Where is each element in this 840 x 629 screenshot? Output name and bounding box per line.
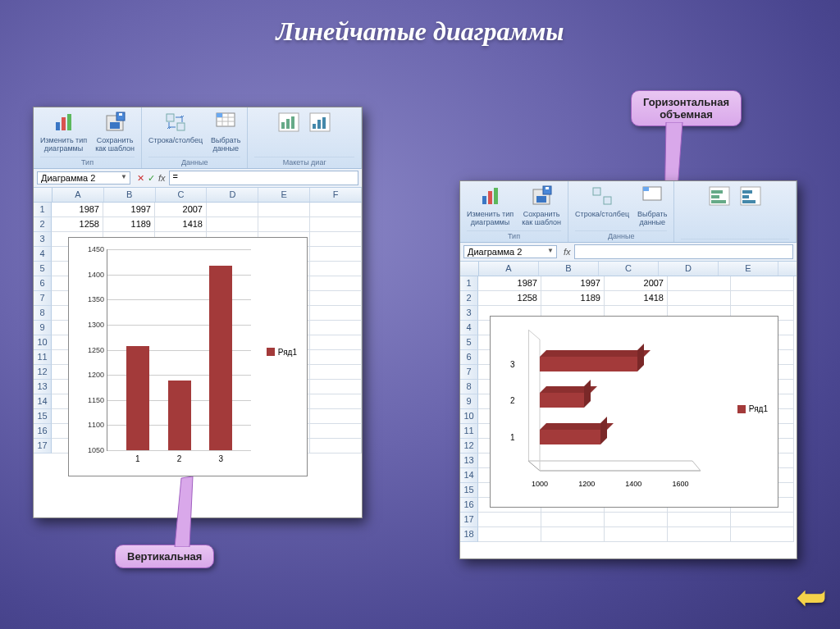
- cell[interactable]: [207, 217, 258, 232]
- cell[interactable]: [207, 203, 258, 217]
- cell[interactable]: 2007: [605, 276, 668, 291]
- cell[interactable]: 2007: [155, 203, 207, 217]
- cell[interactable]: [731, 291, 794, 306]
- cell[interactable]: [258, 217, 310, 232]
- name-box[interactable]: Диаграмма 2: [463, 245, 557, 258]
- col-header[interactable]: B: [539, 262, 599, 276]
- fx-icon[interactable]: fx: [564, 247, 571, 257]
- row-header[interactable]: 2: [34, 217, 52, 232]
- col-header[interactable]: C: [599, 262, 659, 276]
- row-header[interactable]: 6: [34, 276, 52, 291]
- row-header[interactable]: 1: [460, 276, 478, 291]
- cell[interactable]: [310, 262, 362, 276]
- row-header[interactable]: 17: [34, 439, 52, 454]
- row-header[interactable]: 9: [34, 321, 52, 335]
- cell[interactable]: 1258: [52, 217, 103, 232]
- cell[interactable]: [731, 527, 794, 542]
- cell[interactable]: [478, 513, 541, 527]
- cell[interactable]: [478, 527, 541, 542]
- cell[interactable]: 1189: [103, 217, 155, 232]
- col-header[interactable]: D: [207, 188, 258, 202]
- cell[interactable]: [668, 276, 731, 291]
- row-header[interactable]: 4: [460, 321, 478, 335]
- fx-icon[interactable]: fx: [158, 173, 166, 183]
- cell[interactable]: [258, 203, 310, 217]
- row-header[interactable]: 16: [34, 424, 52, 439]
- cancel-icon[interactable]: ✕: [137, 173, 144, 184]
- col-header[interactable]: E: [719, 262, 778, 276]
- save-template-button[interactable]: Сохранить как шаблон: [522, 185, 561, 226]
- select-all-corner[interactable]: [34, 188, 52, 202]
- cell[interactable]: [605, 513, 668, 527]
- cell[interactable]: [310, 247, 362, 262]
- row-header[interactable]: 18: [460, 527, 478, 542]
- col-header[interactable]: A: [479, 262, 539, 276]
- layout-thumb-icon[interactable]: [308, 111, 331, 134]
- row-header[interactable]: 13: [460, 454, 478, 468]
- col-header[interactable]: B: [104, 188, 156, 202]
- formula-input[interactable]: [574, 244, 793, 259]
- col-header[interactable]: E: [258, 188, 310, 202]
- save-template-button[interactable]: Сохранить как шаблон: [95, 111, 135, 153]
- chart-horizontal-3d[interactable]: 1000120014001600123 Ряд1: [490, 316, 778, 508]
- row-header[interactable]: 15: [34, 409, 52, 424]
- row-header[interactable]: 3: [34, 232, 52, 247]
- row-header[interactable]: 10: [460, 409, 478, 424]
- layout-thumb-icon[interactable]: [708, 185, 731, 207]
- row-header[interactable]: 10: [34, 335, 52, 350]
- cell[interactable]: [668, 527, 731, 542]
- row-header[interactable]: 5: [460, 335, 478, 350]
- row-header[interactable]: 12: [460, 439, 478, 454]
- row-header[interactable]: 17: [460, 513, 478, 527]
- select-data-button[interactable]: Выбрать данные: [211, 111, 240, 153]
- cell[interactable]: 1987: [52, 203, 103, 217]
- name-box[interactable]: Диаграмма 2: [37, 171, 130, 185]
- cell[interactable]: 1189: [541, 291, 605, 306]
- col-header[interactable]: D: [659, 262, 719, 276]
- cell[interactable]: [310, 350, 362, 365]
- cell[interactable]: [668, 513, 731, 527]
- cell[interactable]: [310, 380, 362, 394]
- cell[interactable]: [731, 513, 794, 527]
- cell[interactable]: [731, 276, 794, 291]
- row-header[interactable]: 8: [460, 380, 478, 394]
- cell[interactable]: [310, 365, 362, 380]
- cell[interactable]: 1258: [478, 291, 541, 306]
- cell[interactable]: [668, 291, 731, 306]
- cell[interactable]: [310, 409, 362, 424]
- chart-vertical[interactable]: 105011001150120012501300135014001450123 …: [68, 237, 308, 476]
- cell[interactable]: [310, 217, 362, 232]
- cell[interactable]: [310, 335, 362, 350]
- cell[interactable]: [310, 306, 362, 321]
- cell[interactable]: [310, 439, 362, 454]
- cell[interactable]: 1418: [605, 291, 668, 306]
- switch-row-col-button[interactable]: Строка/столбец: [148, 111, 203, 144]
- row-header[interactable]: 12: [34, 365, 52, 380]
- cell[interactable]: [310, 203, 362, 217]
- cell[interactable]: 1997: [541, 276, 605, 291]
- row-header[interactable]: 1: [34, 203, 52, 217]
- change-chart-type-button[interactable]: Изменить тип диаграммы: [467, 185, 514, 226]
- cell[interactable]: 1987: [478, 276, 541, 291]
- row-header[interactable]: 16: [460, 498, 478, 513]
- row-header[interactable]: 4: [34, 247, 52, 262]
- formula-input[interactable]: =: [169, 171, 358, 185]
- cell[interactable]: [310, 424, 362, 439]
- cell[interactable]: 1418: [155, 217, 207, 232]
- row-header[interactable]: 2: [460, 291, 478, 306]
- cell[interactable]: [310, 291, 362, 306]
- col-header[interactable]: A: [52, 188, 104, 202]
- row-header[interactable]: 13: [34, 380, 52, 394]
- row-header[interactable]: 9: [460, 394, 478, 409]
- row-header[interactable]: 7: [34, 291, 52, 306]
- col-header[interactable]: C: [156, 188, 208, 202]
- change-chart-type-button[interactable]: Изменить тип диаграммы: [40, 111, 87, 153]
- cell[interactable]: [541, 527, 605, 542]
- layout-thumb-icon[interactable]: [739, 185, 762, 207]
- select-all-corner[interactable]: [460, 262, 479, 276]
- cell[interactable]: [541, 513, 605, 527]
- row-header[interactable]: 7: [460, 365, 478, 380]
- cell[interactable]: [310, 394, 362, 409]
- select-data-button[interactable]: Выбрать данные: [637, 185, 667, 226]
- row-header[interactable]: 5: [34, 262, 52, 276]
